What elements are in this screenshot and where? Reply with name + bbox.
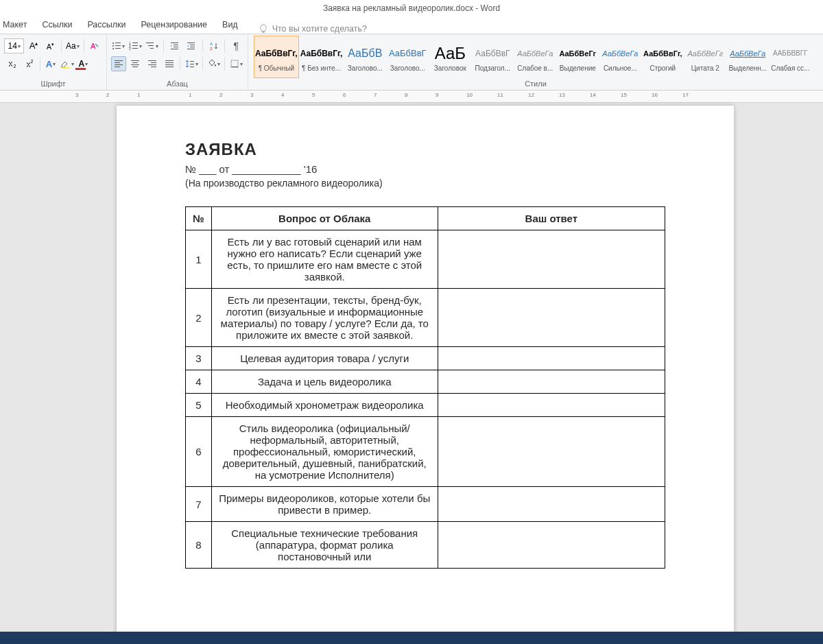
doc-number-line: № ___ от ____________ '16	[185, 163, 665, 175]
doc-heading: ЗАЯВКА	[185, 140, 665, 159]
svg-rect-50	[231, 67, 238, 67]
cell-number: 3	[186, 347, 212, 370]
tab-review[interactable]: Рецензирование	[141, 17, 208, 34]
svg-rect-16	[132, 48, 138, 49]
increase-indent-button[interactable]	[184, 38, 199, 53]
style-name: Сильное...	[600, 64, 640, 72]
style-item-2[interactable]: АаБбВЗаголово...	[344, 36, 386, 78]
svg-rect-24	[187, 43, 195, 43]
style-item-7[interactable]: АаБбВеГгВыделение	[556, 36, 599, 78]
svg-text:A: A	[210, 42, 213, 46]
cell-answer[interactable]	[438, 370, 665, 394]
bottom-bar	[0, 632, 823, 644]
svg-rect-21	[174, 45, 178, 45]
style-item-9[interactable]: АаБбВвГг,Строгий	[641, 36, 684, 78]
change-case-button[interactable]: Aa▾	[65, 38, 80, 53]
bullets-button[interactable]: ▾	[111, 38, 126, 53]
styles-gallery[interactable]: АаБбВвГг,¶ ОбычныйАаБбВвГг,¶ Без инте...…	[252, 36, 819, 78]
svg-rect-19	[150, 48, 154, 49]
shading-button[interactable]: ▾	[206, 56, 222, 71]
tab-mailings[interactable]: Рассылки	[87, 17, 126, 34]
ruler-tick: 12	[528, 92, 534, 98]
tab-layout[interactable]: Макет	[3, 17, 27, 34]
shrink-font-button[interactable]: A▾	[43, 38, 58, 53]
cell-answer[interactable]	[438, 347, 665, 370]
line-spacing-button[interactable]: ▾	[184, 56, 199, 71]
superscript-button[interactable]: ꭓ2	[23, 56, 36, 71]
numbering-button[interactable]: 123▾	[128, 38, 143, 53]
grow-font-button[interactable]: A▴	[26, 38, 40, 53]
borders-button[interactable]: ▾	[228, 56, 243, 71]
ribbon: 14▾ A▴ A▾ Aa▾ A ꭓ2 ꭓ2 A▾ ▾ A▾	[0, 34, 823, 91]
svg-rect-20	[171, 43, 178, 43]
sort-button[interactable]: AZ	[206, 38, 222, 53]
style-name: Слабое в...	[515, 64, 555, 72]
align-right-button[interactable]	[145, 56, 160, 71]
style-item-8[interactable]: АаБбВеГаСильное...	[599, 36, 641, 78]
tab-references[interactable]: Ссылки	[42, 17, 72, 34]
doc-subtitle: (На производство рекламного видеоролика)	[185, 178, 665, 189]
style-name: ¶ Обычный	[257, 64, 296, 72]
cell-answer[interactable]	[438, 522, 665, 569]
svg-rect-40	[148, 64, 156, 65]
svg-text:A: A	[91, 42, 96, 50]
cell-number: 8	[186, 522, 212, 569]
align-left-button[interactable]	[111, 56, 126, 71]
tell-me-search[interactable]: Что вы хотите сделать?	[259, 24, 367, 34]
ruler-tick: 5	[312, 92, 315, 98]
clear-formatting-button[interactable]: A	[88, 38, 102, 53]
cell-answer[interactable]	[438, 230, 665, 289]
ruler-tick: 7	[374, 92, 377, 98]
questions-table: № Вопрос от Облака Ваш ответ 1Есть ли у …	[185, 206, 665, 569]
decrease-indent-button[interactable]	[167, 38, 182, 53]
svg-rect-37	[132, 67, 138, 67]
svg-text:3: 3	[129, 47, 131, 51]
tab-view[interactable]: Вид	[222, 17, 238, 34]
style-item-12[interactable]: ААББВВГГСлабая сс...	[769, 36, 811, 78]
show-paragraph-marks-button[interactable]: ¶	[228, 38, 243, 53]
svg-rect-31	[115, 62, 120, 63]
text-effects-button[interactable]: A▾	[44, 56, 58, 71]
style-item-4[interactable]: АаБЗаголовок	[429, 36, 471, 78]
justify-button[interactable]	[162, 56, 177, 71]
multilevel-list-button[interactable]: ▾	[145, 38, 160, 53]
style-name: Подзагол...	[473, 64, 512, 72]
cell-answer[interactable]	[438, 289, 665, 347]
ruler-tick: 8	[405, 92, 407, 98]
ruler-tick: 9	[436, 92, 438, 98]
font-size-input[interactable]: 14▾	[4, 38, 24, 53]
svg-rect-34	[131, 60, 139, 61]
cell-answer[interactable]	[438, 487, 665, 522]
style-item-3[interactable]: АаБбВвГЗаголово...	[386, 36, 429, 78]
style-sample: АаБбВеГг	[687, 43, 723, 64]
svg-rect-47	[190, 64, 194, 64]
ruler-tick: 11	[497, 92, 503, 98]
svg-rect-27	[187, 49, 195, 49]
style-item-6[interactable]: АаБбВеГаСлабое в...	[514, 36, 556, 78]
table-header-row: № Вопрос от Облака Ваш ответ	[186, 207, 665, 230]
cell-question: Примеры видеороликов, которые хотели бы …	[211, 487, 438, 522]
font-group-label: Шрифт	[4, 78, 102, 90]
horizontal-ruler[interactable]: 3211234567891011121314151617	[0, 91, 823, 103]
cell-number: 4	[186, 370, 212, 394]
style-item-11[interactable]: АаБбВеГаВыделенн...	[726, 36, 769, 78]
ruler-tick: 2	[106, 92, 109, 98]
style-item-0[interactable]: АаБбВвГг,¶ Обычный	[254, 36, 299, 78]
tell-me-placeholder: Что вы хотите сделать?	[272, 24, 367, 34]
strikethrough-button[interactable]: ꭓ2	[4, 56, 21, 71]
lightbulb-icon	[259, 24, 268, 34]
highlight-button[interactable]: ▾	[60, 56, 74, 71]
cell-question: Есть ли презентации, тексты, бренд-бук, …	[211, 289, 438, 347]
document-page[interactable]: ЗАЯВКА № ___ от ____________ '16 (На про…	[117, 106, 734, 644]
ruler-tick: 15	[621, 92, 627, 98]
style-item-1[interactable]: АаБбВвГг,¶ Без инте...	[299, 36, 344, 78]
paragraph-group-label: Абзац	[111, 78, 243, 90]
svg-rect-36	[131, 64, 139, 65]
cell-answer[interactable]	[438, 394, 665, 417]
style-sample: АаБбВеГг	[559, 43, 596, 64]
style-item-10[interactable]: АаБбВеГгЦитата 2	[684, 36, 726, 78]
svg-rect-12	[132, 43, 138, 43]
cell-answer[interactable]	[438, 417, 665, 487]
align-center-button[interactable]	[128, 56, 143, 71]
style-item-5[interactable]: АаБбВвГПодзагол...	[471, 36, 514, 78]
